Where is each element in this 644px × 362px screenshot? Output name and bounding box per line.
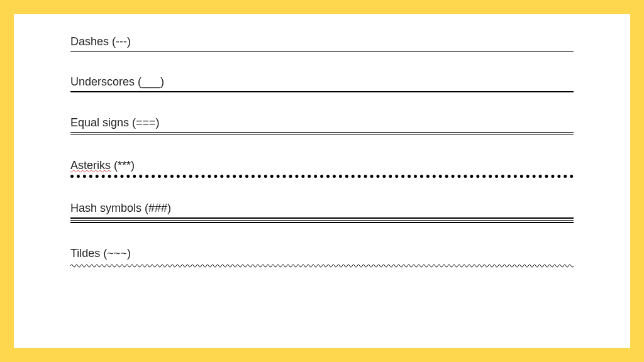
hr-tildes: [70, 263, 574, 269]
label-hash: Hash symbols (###): [70, 202, 574, 215]
label-asterisks: Asteriks (***): [70, 159, 574, 172]
wave-icon: [70, 263, 574, 269]
hr-dashes: [70, 51, 574, 52]
spellcheck-underline: Asteriks: [70, 159, 111, 172]
hr-underscores: [70, 91, 574, 92]
hr-equals: [70, 132, 574, 135]
label-tildes: Tildes (~~~): [70, 247, 574, 260]
entry-asterisks: Asteriks (***): [70, 159, 574, 178]
label-underscores: Underscores (___): [70, 75, 574, 89]
label-dashes: Dashes (---): [70, 35, 574, 48]
entry-dashes: Dashes (---): [70, 35, 574, 52]
entry-tildes: Tildes (~~~): [70, 247, 574, 269]
entry-underscores: Underscores (___): [70, 75, 574, 92]
label-asterisks-suffix: (***): [111, 159, 135, 172]
entry-equals: Equal signs (===): [70, 116, 574, 135]
hr-hash: [70, 217, 574, 223]
label-equals: Equal signs (===): [70, 116, 574, 129]
entry-hash: Hash symbols (###): [70, 202, 574, 223]
hr-asterisks: [70, 175, 574, 178]
document-page: Dashes (---) Underscores (___) Equal sig…: [14, 14, 630, 348]
